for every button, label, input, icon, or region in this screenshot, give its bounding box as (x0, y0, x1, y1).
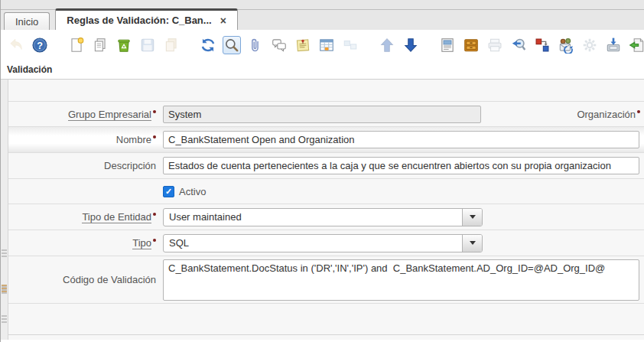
left-panel-edge (1, 80, 8, 340)
toolbar: ? (1, 30, 644, 60)
field-row-grupo-empresarial: Grupo Empresarial Organización (8, 102, 644, 127)
detail-record-icon[interactable] (402, 36, 420, 54)
mandatory-dot (153, 213, 156, 216)
attachment-icon[interactable] (246, 36, 265, 54)
report-icon[interactable] (438, 36, 457, 54)
field-row-codigo-de-validacion: Código de Validación C_BankStatement.Doc… (8, 256, 644, 304)
grupo-empresarial-label: Grupo Empresarial (8, 109, 163, 120)
validation-rules-window: { "window": { "tabs": [ { "label": "Inic… (0, 0, 644, 342)
tab-reglas-de-validacion[interactable]: Reglas de Validación: C_Ban... × (55, 8, 237, 30)
archive-icon[interactable] (462, 36, 480, 54)
empty-area (8, 304, 644, 335)
tipo-value: SQL (164, 235, 462, 252)
empty-row (8, 80, 644, 102)
field-row-activo: Activo (8, 179, 644, 204)
grupo-empresarial-input[interactable] (163, 106, 481, 123)
field-row-descripcion: Descripción (8, 153, 644, 179)
print-icon (486, 36, 504, 54)
chevron-down-icon (470, 241, 476, 248)
tipo-de-entidad-value: User maintained (164, 209, 462, 226)
mandatory-dot (153, 239, 156, 242)
nombre-label: Nombre (8, 134, 163, 145)
save-create-icon (162, 36, 181, 54)
parent-record-icon (378, 36, 396, 54)
tipo-de-entidad-label: Tipo de Entidad (8, 211, 163, 223)
splitter-grip[interactable] (2, 285, 7, 294)
activo-label: Activo (179, 186, 206, 197)
nombre-input[interactable] (163, 131, 639, 148)
mandatory-dot (637, 110, 640, 113)
tipo-de-entidad-combo[interactable]: User maintained (163, 208, 483, 226)
find-icon[interactable] (223, 36, 241, 54)
file-import-icon[interactable] (628, 36, 644, 54)
new-record-icon[interactable] (67, 36, 86, 54)
detail-window-icon (341, 36, 359, 54)
note-icon[interactable] (294, 36, 312, 54)
svg-text:?: ? (37, 41, 43, 51)
descripcion-label: Descripción (8, 160, 163, 171)
tipo-de-entidad-dropdown-button[interactable] (462, 209, 482, 226)
process-icon (581, 36, 599, 54)
zoom-across-icon[interactable] (509, 36, 528, 54)
field-row-tipo-de-entidad: Tipo de Entidad User maintained (8, 204, 644, 230)
codigo-de-validacion-textarea[interactable]: C_BankStatement.DocStatus in ('DR','IN',… (163, 259, 639, 301)
save-icon (138, 36, 157, 54)
delete-record-icon[interactable] (115, 36, 133, 54)
organizacion-label: Organización (577, 109, 640, 120)
tipo-label: Tipo (8, 237, 163, 249)
close-tab-icon[interactable]: × (220, 15, 226, 26)
activo-checkbox[interactable] (163, 186, 174, 197)
copy-record-icon[interactable] (91, 36, 109, 54)
field-row-tipo: Tipo SQL (8, 230, 644, 256)
tab-inicio-label: Inicio (15, 16, 38, 28)
descripcion-input[interactable] (163, 157, 639, 174)
tab-reglas-label: Reglas de Validación: C_Ban... (67, 15, 211, 26)
mandatory-dot (153, 135, 156, 138)
section-title: Validación (1, 60, 644, 80)
mandatory-dot (153, 110, 156, 113)
splitter-grip[interactable] (2, 315, 7, 324)
tab-bar: Inicio Reglas de Validación: C_Ban... × (1, 10, 644, 30)
export-icon[interactable] (604, 36, 623, 54)
help-icon[interactable]: ? (31, 36, 49, 54)
tipo-combo[interactable]: SQL (163, 234, 483, 252)
field-row-nombre: Nombre (8, 127, 644, 153)
request-icon[interactable] (557, 36, 575, 54)
tipo-dropdown-button[interactable] (462, 235, 482, 252)
splitter-grip[interactable] (2, 249, 7, 259)
chevron-down-icon (470, 215, 476, 222)
refresh-icon[interactable] (199, 36, 217, 54)
grid-toggle-icon[interactable] (317, 36, 336, 54)
undo-icon (7, 36, 25, 54)
workflow-icon[interactable] (533, 36, 551, 54)
codigo-de-validacion-label: Código de Validación (8, 274, 163, 285)
form-panel: Grupo Empresarial Organización Nombre De… (1, 80, 644, 340)
chat-icon[interactable] (270, 36, 288, 54)
tab-inicio[interactable]: Inicio (4, 12, 50, 30)
